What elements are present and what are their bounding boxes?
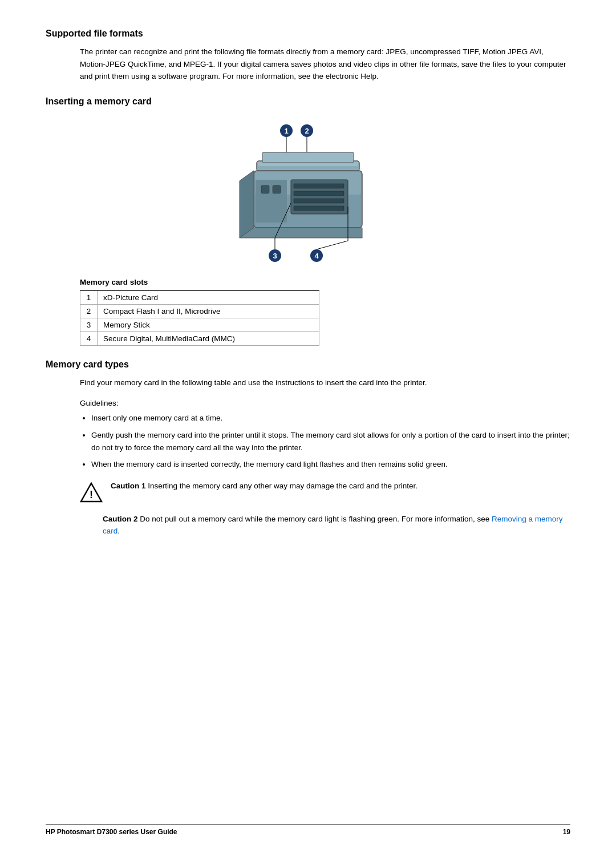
slot-label: xD-Picture Card (98, 290, 319, 305)
footer-left: HP Photosmart D7300 series User Guide (46, 828, 177, 836)
supported-file-formats-body: The printer can recognize and print the … (80, 46, 570, 83)
svg-rect-14 (294, 191, 344, 196)
svg-rect-16 (294, 206, 344, 211)
svg-text:4: 4 (314, 252, 319, 260)
caution1-text: Caution 1 Inserting the memory card any … (111, 480, 418, 492)
guideline-item: Gently push the memory card into the pri… (91, 429, 570, 454)
slot-number: 1 (80, 290, 98, 305)
svg-rect-17 (256, 180, 287, 223)
caution1-label: Caution 1 (111, 482, 146, 490)
slot-number: 2 (80, 304, 98, 318)
slots-table: 1xD-Picture Card2Compact Flash I and II,… (80, 290, 319, 346)
guideline-item: Insert only one memory card at a time. (91, 412, 570, 425)
caution2-label: Caution 2 (103, 515, 138, 523)
svg-rect-13 (294, 184, 344, 188)
memory-card-types-section: Memory card types Find your memory card … (46, 359, 570, 537)
caution1-block: ! Caution 1 Inserting the memory card an… (80, 480, 570, 504)
svg-rect-15 (294, 199, 344, 203)
svg-marker-10 (240, 171, 254, 238)
svg-marker-11 (240, 228, 362, 238)
supported-file-formats-heading: Supported file formats (46, 29, 570, 39)
svg-rect-19 (273, 185, 281, 193)
slot-label: Memory Stick (98, 318, 319, 332)
svg-rect-18 (261, 185, 269, 193)
guidelines-label: Guidelines: (80, 399, 570, 407)
slots-table-row: 2Compact Flash I and II, Microdrive (80, 304, 319, 318)
slot-number: 3 (80, 318, 98, 332)
slots-table-caption: Memory card slots (80, 278, 570, 286)
guidelines-list: Insert only one memory card at a time.Ge… (91, 412, 570, 470)
page-footer: HP Photosmart D7300 series User Guide 19 (46, 824, 570, 836)
caution2-end: . (117, 527, 120, 535)
printer-svg: 1 2 (228, 118, 388, 266)
svg-rect-28 (262, 152, 354, 163)
slots-table-row: 4Secure Digital, MultiMediaCard (MMC) (80, 332, 319, 345)
inserting-memory-card-heading: Inserting a memory card (46, 96, 570, 107)
svg-text:3: 3 (273, 252, 277, 260)
caution1-body: Inserting the memory card any other way … (148, 482, 418, 490)
svg-line-25 (317, 241, 348, 249)
svg-text:!: ! (90, 489, 93, 500)
printer-illustration: 1 2 (46, 118, 570, 266)
svg-text:2: 2 (305, 127, 309, 135)
slots-table-row: 1xD-Picture Card (80, 290, 319, 305)
memory-card-slots-section: Memory card slots 1xD-Picture Card2Compa… (80, 278, 570, 346)
memory-card-types-heading: Memory card types (46, 359, 570, 370)
slots-table-row: 3Memory Stick (80, 318, 319, 332)
memory-card-types-intro: Find your memory card in the following t… (80, 377, 570, 389)
guideline-item: When the memory card is inserted correct… (91, 458, 570, 471)
slot-number: 4 (80, 332, 98, 345)
slot-label: Secure Digital, MultiMediaCard (MMC) (98, 332, 319, 345)
caution-triangle-icon: ! (80, 481, 103, 504)
supported-file-formats-section: Supported file formats The printer can r… (46, 29, 570, 83)
inserting-memory-card-section: Inserting a memory card 1 2 (46, 96, 570, 346)
page: Supported file formats The printer can r… (0, 0, 616, 853)
slot-label: Compact Flash I and II, Microdrive (98, 304, 319, 318)
svg-text:1: 1 (284, 127, 288, 135)
footer-right: 19 (563, 828, 570, 836)
caution2-block: Caution 2 Do not pull out a memory card … (103, 513, 570, 537)
caution2-body: Do not pull out a memory card while the … (140, 515, 492, 523)
